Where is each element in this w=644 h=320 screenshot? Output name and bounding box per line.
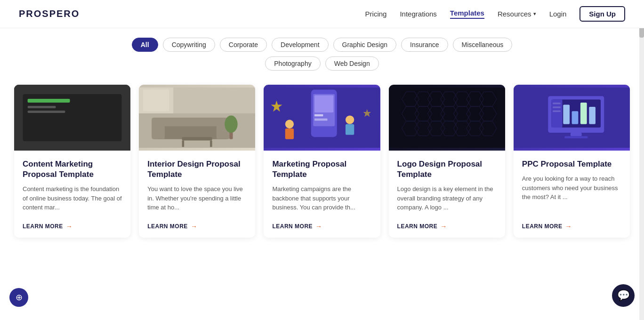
card-desc-2: You want to love the space you live in. …	[147, 184, 247, 212]
card-img-svg-5	[514, 85, 630, 151]
svg-rect-8	[77, 100, 103, 104]
card-img-svg-3	[264, 85, 380, 151]
arrow-icon-3: →	[315, 223, 322, 230]
svg-point-13	[93, 131, 100, 138]
svg-rect-36	[346, 124, 354, 135]
svg-rect-66	[572, 111, 578, 124]
svg-rect-67	[580, 103, 587, 124]
card-content-marketing[interactable]: Content Marketing Proposal Template Cont…	[14, 85, 130, 238]
card-body-4: Logo Design Proposal Template Logo desig…	[389, 151, 505, 218]
svg-rect-18	[152, 118, 165, 139]
svg-rect-5	[29, 111, 64, 113]
svg-point-35	[346, 115, 354, 124]
svg-rect-26	[143, 89, 169, 111]
logo: PROSPERO	[19, 8, 80, 19]
card-footer-2: LEARN MORE →	[139, 218, 255, 238]
card-desc-3: Marketing campaigns are the backbone tha…	[272, 184, 371, 212]
learn-more-3[interactable]: LEARN MORE →	[272, 223, 371, 230]
filter-web-design[interactable]: Web Design	[325, 56, 379, 71]
filter-photography[interactable]: Photography	[265, 56, 320, 71]
nav-pricing[interactable]: Pricing	[365, 10, 387, 18]
arrow-icon-2: →	[191, 223, 198, 230]
arrow-icon-5: →	[565, 223, 572, 230]
card-image-1	[14, 85, 130, 151]
svg-point-11	[45, 131, 52, 138]
card-body-2: Interior Design Proposal Template You wa…	[139, 151, 255, 218]
learn-more-1[interactable]: LEARN MORE →	[23, 223, 122, 230]
filter-graphic-design[interactable]: Graphic Design	[333, 38, 397, 52]
arrow-icon-1: →	[66, 223, 73, 230]
card-image-4	[389, 85, 505, 151]
filter-insurance[interactable]: Insurance	[401, 38, 448, 52]
svg-rect-73	[571, 133, 582, 136]
filter-section: All Copywriting Corporate Development Gr…	[0, 28, 644, 75]
svg-rect-20	[182, 137, 212, 140]
card-img-svg-4	[389, 85, 505, 151]
signup-button[interactable]: Sign Up	[580, 6, 625, 22]
card-logo-design[interactable]: Logo Design Proposal Template Logo desig…	[389, 85, 505, 238]
card-desc-5: Are you looking for a way to reach custo…	[522, 174, 621, 212]
card-body-3: Marketing Proposal Template Marketing ca…	[264, 151, 380, 218]
filter-row-1: All Copywriting Corporate Development Gr…	[132, 38, 513, 52]
learn-more-2[interactable]: LEARN MORE →	[147, 223, 247, 230]
nav-templates[interactable]: Templates	[450, 9, 484, 19]
learn-more-4[interactable]: LEARN MORE →	[397, 223, 497, 230]
nav: Pricing Integrations Templates Resources…	[365, 6, 625, 22]
svg-rect-34	[285, 128, 294, 139]
card-footer-5: LEARN MORE →	[514, 218, 630, 238]
svg-rect-39	[389, 88, 505, 148]
card-img-svg-2	[139, 85, 255, 151]
card-footer-4: LEARN MORE →	[389, 218, 505, 238]
card-footer-3: LEARN MORE →	[264, 218, 380, 238]
card-body-1: Content Marketing Proposal Template Cont…	[14, 151, 130, 218]
svg-rect-70	[553, 103, 560, 104]
card-marketing-proposal[interactable]: Marketing Proposal Template Marketing ca…	[264, 85, 380, 238]
learn-more-5[interactable]: LEARN MORE →	[522, 223, 621, 230]
svg-rect-2	[27, 98, 70, 128]
card-img-svg-1	[14, 85, 130, 151]
svg-rect-0	[14, 88, 130, 148]
card-title-5: PPC Proposal Template	[522, 159, 621, 169]
card-image-3	[264, 85, 380, 151]
filter-miscellaneous[interactable]: Miscellaneous	[453, 38, 513, 52]
cards-section: Content Marketing Proposal Template Cont…	[0, 75, 644, 256]
svg-rect-4	[29, 107, 59, 109]
card-desc-4: Logo design is a key element in the over…	[397, 184, 497, 212]
card-title-2: Interior Design Proposal Template	[147, 159, 247, 180]
nav-resources[interactable]: Resources ▾	[498, 10, 536, 18]
header: PROSPERO Pricing Integrations Templates …	[0, 0, 644, 28]
svg-rect-72	[553, 110, 560, 112]
card-body-5: PPC Proposal Template Are you looking fo…	[514, 151, 630, 218]
filter-all[interactable]: All	[132, 38, 158, 52]
card-title-3: Marketing Proposal Template	[272, 159, 371, 180]
filter-corporate[interactable]: Corporate	[220, 38, 267, 52]
card-desc-1: Content marketing is the foundation of o…	[23, 184, 122, 212]
card-image-5	[514, 85, 630, 151]
svg-point-12	[69, 131, 76, 138]
svg-rect-22	[210, 141, 212, 147]
svg-rect-10	[77, 111, 109, 113]
svg-rect-1	[23, 94, 122, 142]
svg-point-24	[225, 115, 237, 133]
card-ppc-proposal[interactable]: PPC Proposal Template Are you looking fo…	[514, 85, 630, 238]
svg-rect-68	[589, 107, 596, 124]
chevron-down-icon: ▾	[533, 11, 536, 17]
filter-row-2: Photography Web Design	[265, 56, 378, 71]
card-footer-1: LEARN MORE →	[14, 218, 130, 238]
svg-rect-74	[564, 136, 588, 138]
nav-integrations[interactable]: Integrations	[400, 10, 436, 18]
filter-development[interactable]: Development	[272, 38, 329, 52]
card-title-1: Content Marketing Proposal Template	[23, 159, 122, 180]
svg-rect-30	[314, 95, 333, 112]
card-image-2	[139, 85, 255, 151]
svg-rect-6	[29, 115, 55, 118]
svg-rect-9	[77, 107, 113, 109]
filter-copywriting[interactable]: Copywriting	[163, 38, 215, 52]
card-interior-design[interactable]: Interior Design Proposal Template You wa…	[139, 85, 255, 238]
svg-rect-7	[74, 98, 118, 128]
scrollbar[interactable]	[639, 0, 644, 256]
card-title-4: Logo Design Proposal Template	[397, 159, 497, 180]
arrow-icon-4: →	[440, 223, 447, 230]
svg-rect-65	[563, 105, 570, 124]
login-button[interactable]: Login	[549, 10, 567, 18]
